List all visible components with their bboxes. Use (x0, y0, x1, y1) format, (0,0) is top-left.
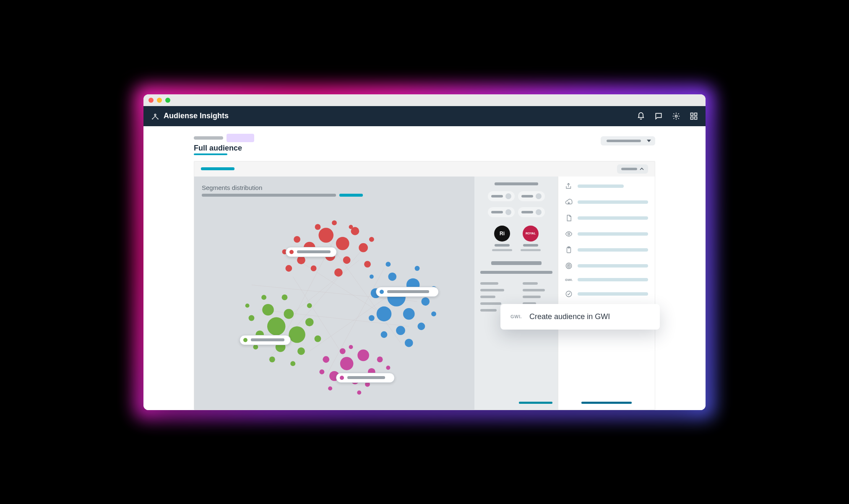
svg-rect-8 (695, 117, 697, 119)
svg-line-17 (318, 227, 401, 343)
grid-icon[interactable] (690, 112, 698, 120)
app-logo[interactable]: Audiense Insights (151, 112, 229, 120)
cluster-label-green[interactable] (240, 335, 291, 345)
svg-point-31 (332, 220, 337, 225)
svg-point-25 (315, 224, 321, 230)
svg-point-21 (336, 236, 349, 250)
board-toggle-label (621, 168, 637, 170)
gwi-create-card[interactable]: GWI. Create audience in GWI (500, 304, 660, 330)
svg-point-69 (290, 361, 295, 366)
svg-point-64 (261, 295, 266, 300)
window-minimize-dot[interactable] (157, 98, 162, 103)
action-clipboard[interactable] (565, 246, 648, 254)
cluster-graph[interactable] (202, 201, 467, 402)
action-document[interactable] (565, 214, 648, 222)
breadcrumb (194, 134, 655, 142)
action-share[interactable] (565, 182, 648, 190)
details-heading (495, 182, 538, 185)
svg-point-66 (282, 294, 288, 300)
svg-point-53 (370, 274, 374, 278)
page-body: Full audience Segments distr (143, 126, 706, 410)
breadcrumb-tag[interactable] (227, 134, 254, 142)
window-titlebar (143, 94, 706, 106)
svg-point-30 (369, 236, 374, 242)
details-link[interactable] (519, 402, 552, 404)
cluster-label-pink[interactable] (336, 373, 395, 383)
chat-icon[interactable] (654, 112, 663, 120)
header-actions (637, 112, 698, 120)
svg-point-68 (269, 356, 275, 362)
svg-point-33 (349, 225, 353, 229)
svg-point-65 (245, 303, 250, 307)
svg-point-28 (297, 256, 305, 264)
window-close-dot[interactable] (148, 98, 154, 103)
action-send[interactable] (565, 290, 648, 298)
action-gwi[interactable]: GWI. (565, 278, 648, 282)
filter-chip[interactable] (518, 191, 545, 201)
filter-chip[interactable] (488, 207, 515, 217)
svg-point-55 (289, 326, 305, 343)
board-tab-active[interactable] (201, 167, 234, 170)
eye-icon (565, 230, 573, 238)
filter-chip[interactable] (488, 191, 515, 201)
actions-footer-link[interactable] (581, 402, 632, 404)
actions-panel: GWI. (558, 177, 655, 410)
svg-rect-5 (691, 113, 693, 115)
breadcrumb-placeholder (194, 136, 223, 140)
profile-avatar: ROYAL (523, 226, 539, 242)
cloud-download-icon (565, 198, 573, 206)
view-dropdown[interactable] (601, 136, 655, 145)
svg-point-47 (381, 331, 388, 338)
svg-point-76 (323, 356, 329, 363)
bell-icon[interactable] (637, 112, 645, 120)
profile-item[interactable]: ROYAL (521, 226, 541, 251)
svg-line-14 (326, 268, 384, 376)
svg-point-27 (359, 243, 368, 252)
details-panel: Ri ROYAL (474, 177, 558, 410)
gwi-logo-icon: GWI. (510, 314, 522, 319)
browser-window: Audiense Insights Full audience (143, 94, 706, 410)
board-header (194, 161, 655, 177)
share-icon (565, 182, 573, 190)
action-download[interactable] (565, 198, 648, 206)
svg-point-42 (388, 272, 396, 281)
svg-point-77 (377, 356, 383, 362)
top-profiles: Ri ROYAL (480, 226, 552, 251)
svg-point-54 (267, 317, 285, 335)
svg-point-90 (568, 265, 569, 266)
cluster-dot-pink (340, 376, 344, 380)
cluster-dot-red (289, 250, 294, 254)
svg-point-52 (385, 262, 391, 267)
board-collapse-toggle[interactable] (617, 164, 648, 174)
gwi-icon: GWI. (565, 278, 573, 282)
content-board: Segments distribution (194, 161, 655, 410)
dropdown-placeholder (607, 140, 641, 142)
app-name: Audiense Insights (164, 112, 229, 120)
send-icon (565, 290, 573, 298)
cluster-label-blue[interactable] (376, 287, 439, 297)
profile-item[interactable]: Ri (492, 226, 512, 251)
svg-point-70 (253, 344, 258, 349)
svg-point-34 (285, 265, 292, 272)
segments-title: Segments distribution (202, 184, 467, 191)
clipboard-icon (565, 246, 573, 254)
svg-point-61 (297, 347, 305, 355)
window-zoom-dot[interactable] (165, 98, 170, 103)
filter-chip[interactable] (518, 207, 545, 217)
gear-icon[interactable] (672, 112, 680, 120)
svg-point-59 (305, 318, 314, 326)
chevron-up-icon (640, 167, 644, 171)
cluster-dot-blue (380, 290, 384, 294)
page-title: Full audience (194, 144, 655, 153)
action-view[interactable] (565, 230, 648, 238)
svg-point-63 (315, 335, 321, 342)
filter-chips-row-2 (480, 207, 552, 217)
document-icon (565, 214, 573, 222)
svg-point-84 (357, 390, 361, 395)
svg-point-78 (340, 348, 346, 354)
cluster-label-red[interactable] (286, 247, 337, 257)
action-target[interactable] (565, 262, 648, 270)
segments-canvas: Segments distribution (194, 177, 474, 410)
svg-point-91 (566, 291, 572, 297)
svg-point-50 (431, 311, 436, 316)
